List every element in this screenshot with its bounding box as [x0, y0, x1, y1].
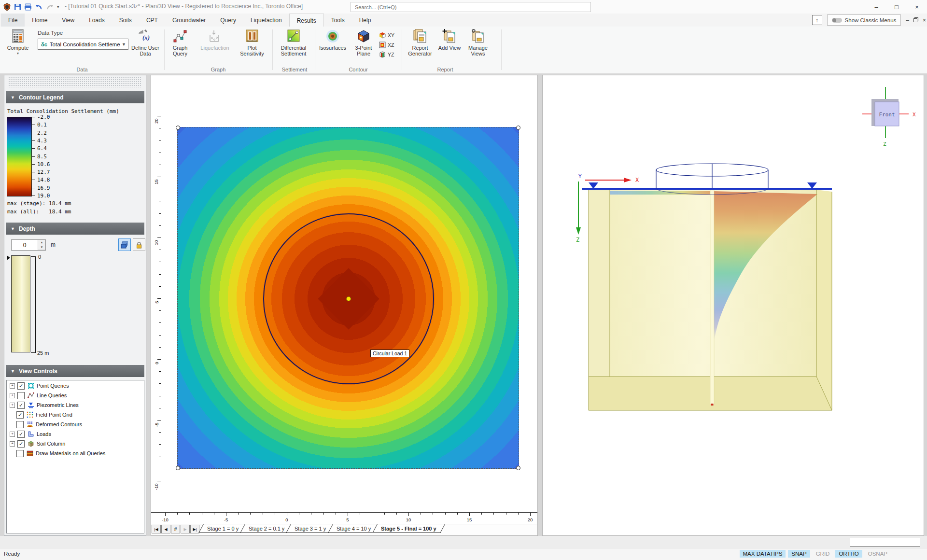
compute-dropdown-arrow[interactable]: ▾ [4, 51, 32, 56]
stage-tab-4[interactable]: Stage 4 = 10 y [328, 524, 379, 533]
checkbox[interactable] [17, 402, 25, 409]
previous-stage-button[interactable]: ◀ [161, 525, 170, 533]
plane-yz-button[interactable]: YZ [379, 50, 394, 59]
define-user-data-button[interactable]: (x) Define User Data [129, 29, 161, 56]
depth-header[interactable]: ▼ Depth [6, 223, 144, 235]
isosurfaces-button[interactable]: Isosurfaces [317, 29, 349, 51]
checkbox[interactable] [17, 440, 25, 448]
tree-item-field-point-grid[interactable]: Field Point Grid [10, 410, 144, 419]
expander-icon[interactable]: + [10, 432, 15, 437]
three-point-plane-button[interactable]: 3-Point Plane [351, 29, 377, 56]
expander-icon[interactable]: + [10, 441, 15, 447]
compute-button[interactable]: Compute ▾ [4, 29, 32, 56]
tab-home[interactable]: Home [25, 14, 55, 27]
first-stage-button[interactable]: |◀ [152, 525, 161, 533]
tab-groundwater[interactable]: Groundwater [165, 14, 213, 27]
toggle-grid[interactable]: GRID [813, 550, 833, 558]
show-classic-menus-toggle[interactable]: Show Classic Menus [827, 14, 901, 26]
plane-xz-button[interactable]: XZ [379, 41, 394, 49]
toggle-osnap[interactable]: OSNAP [865, 550, 891, 558]
stage-tab-3[interactable]: Stage 3 = 1 y [286, 524, 335, 533]
spin-up-icon[interactable]: ▲ [38, 240, 45, 245]
mdi-restore-button[interactable] [913, 17, 918, 24]
tab-view[interactable]: View [55, 14, 82, 27]
differential-settlement-button[interactable]: Differential Settlement [274, 29, 313, 56]
depth-marker-icon[interactable] [7, 255, 10, 260]
plan-view-panel[interactable]: 20151050-5-10 -10-505101520 Circular Loa… [151, 75, 538, 536]
spin-down-icon[interactable]: ▼ [38, 245, 45, 251]
collapse-ribbon-icon[interactable]: ↑ [812, 15, 822, 25]
stage-tab-5[interactable]: Stage 5 - FInal = 100 y [372, 524, 445, 533]
redo-icon[interactable] [46, 3, 54, 11]
plane-xy-button[interactable]: XY [379, 31, 394, 40]
load-center-point[interactable] [346, 296, 351, 301]
tab-soils[interactable]: Soils [112, 14, 139, 27]
last-stage-button[interactable]: ▶| [190, 525, 199, 533]
graph-query-button[interactable]: Graph Query [166, 29, 194, 56]
print-icon[interactable] [24, 3, 32, 11]
combo-dropdown-icon[interactable]: ▼ [120, 42, 128, 47]
expander-icon[interactable]: + [10, 393, 15, 398]
window-minimize-button[interactable]: – [866, 0, 886, 14]
window-maximize-button[interactable]: □ [886, 0, 907, 14]
window-close-button[interactable]: × [907, 0, 927, 14]
toggle-ortho[interactable]: ORTHO [835, 550, 862, 558]
add-view-button[interactable]: Add View [437, 29, 462, 51]
next-stage-button[interactable]: ▶ [181, 525, 190, 533]
checkbox[interactable] [16, 411, 24, 419]
expander-icon[interactable]: + [10, 383, 15, 389]
tab-results[interactable]: Results [289, 14, 324, 27]
tree-item-deformed-contours[interactable]: Deformed Contours [10, 420, 144, 429]
soil-column-preview[interactable] [11, 255, 30, 352]
panel-drag-handle[interactable] [8, 77, 142, 87]
tree-item-soil-column[interactable]: + Soil Column [10, 439, 144, 448]
tab-file[interactable]: File [1, 14, 25, 27]
search-input[interactable] [351, 2, 591, 12]
tree-item-loads[interactable]: + Loads [10, 430, 144, 438]
contour-legend-header[interactable]: ▼ Contour Legend [6, 91, 144, 103]
checkbox[interactable] [17, 431, 25, 438]
tab-help[interactable]: Help [352, 14, 379, 27]
data-type-combobox[interactable]: δc Total Consolidation Settlement ▼ [38, 39, 128, 50]
checkbox[interactable] [16, 421, 24, 428]
tree-item-line-queries[interactable]: + Line Queries [10, 391, 144, 400]
tree-item-piezometric-lines[interactable]: + Piezometric Lines [10, 401, 144, 409]
qat-customize-icon[interactable]: ▾ [57, 4, 59, 9]
view-3d-panel[interactable]: X Y Z Front X Z [542, 75, 924, 536]
app-logo-icon[interactable] [3, 3, 11, 11]
manage-views-button[interactable]: Manage Views [464, 29, 492, 56]
tab-cpt[interactable]: CPT [139, 14, 165, 27]
plot-sensitivity-button[interactable]: Plot Sensitivity [236, 29, 268, 56]
corner-handle[interactable] [516, 126, 520, 130]
tab-loads[interactable]: Loads [82, 14, 112, 27]
depth-value-input[interactable] [12, 240, 38, 250]
stage-number-button[interactable]: # [171, 525, 180, 533]
expander-icon[interactable]: + [10, 403, 15, 408]
soil-column-3d[interactable] [710, 190, 714, 405]
save-icon[interactable] [14, 3, 21, 11]
orientation-cube[interactable]: Front X Z [862, 87, 916, 147]
contour-plot[interactable]: Circular Load 1 [177, 127, 519, 469]
undo-icon[interactable] [35, 3, 43, 11]
checkbox[interactable] [17, 382, 25, 390]
tab-liquefaction[interactable]: Liquefaction [243, 14, 289, 27]
tab-query[interactable]: Query [213, 14, 243, 27]
view-controls-header[interactable]: ▼ View Controls [6, 365, 144, 377]
corner-handle[interactable] [176, 466, 180, 470]
show-all-layers-button[interactable] [118, 238, 131, 251]
tree-item-point-queries[interactable]: + Point Queries [10, 381, 144, 390]
toggle-max-datatips[interactable]: MAX DATATIPS [740, 550, 786, 558]
corner-handle[interactable] [176, 126, 180, 130]
lock-depth-button[interactable] [133, 238, 145, 251]
checkbox[interactable] [17, 392, 25, 399]
mdi-minimize-button[interactable]: – [906, 17, 909, 24]
corner-handle[interactable] [516, 466, 520, 470]
report-generator-button[interactable]: Report Generator [405, 29, 435, 56]
mdi-close-button[interactable]: × [923, 17, 926, 24]
tree-item-draw-materials[interactable]: Draw Materials on all Queries [10, 449, 144, 458]
checkbox[interactable] [16, 450, 24, 457]
depth-spinner[interactable]: ▲▼ [11, 239, 46, 251]
stage-tab-2[interactable]: Stage 2 = 0.1 y [240, 524, 293, 533]
stage-tab-1[interactable]: Stage 1 = 0 y [198, 524, 247, 533]
tab-tools[interactable]: Tools [324, 14, 352, 27]
